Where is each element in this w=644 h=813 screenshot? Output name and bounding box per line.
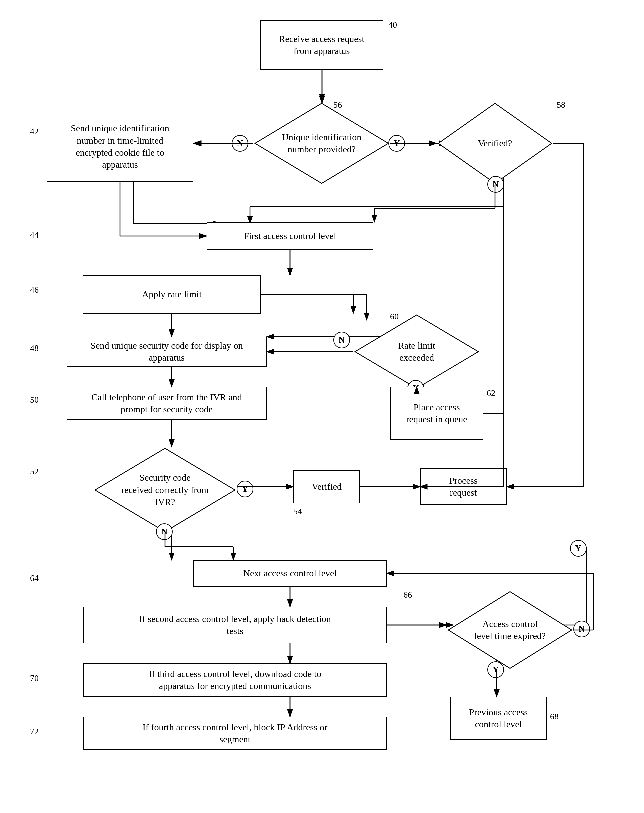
- node-68-previous-access: Previous accesscontrol level: [450, 696, 547, 740]
- node-64-next-access: Next access control level: [193, 560, 387, 587]
- node-58-verified: Verified?: [437, 102, 554, 185]
- node-70-encrypted-comm: If third access control level, download …: [83, 663, 387, 696]
- node-56-unique-id: Unique identificationnumber provided?: [253, 102, 390, 185]
- node-40-receive-access: Receive access requestfrom apparatus: [260, 20, 383, 70]
- ref-52: 52: [30, 467, 39, 477]
- node-62-queue: Place accessrequest in queue: [390, 387, 483, 440]
- ref-44: 44: [30, 230, 39, 240]
- ref-58: 58: [557, 100, 565, 110]
- ref-50: 50: [30, 395, 39, 405]
- node-48-send-security: Send unique security code for display on…: [67, 337, 267, 367]
- ref-70: 70: [30, 673, 39, 683]
- ref-60: 60: [390, 312, 399, 322]
- circle-n-60-left: N: [333, 332, 350, 348]
- node-52-security-code: Security codereceived correctly fromIVR?: [94, 447, 237, 533]
- node-50-call-telephone: Call telephone of user from the IVR andp…: [67, 387, 267, 420]
- ref-68: 68: [550, 712, 559, 722]
- ref-46: 46: [30, 285, 39, 295]
- ref-64b: 64: [30, 573, 39, 583]
- node-66-time-expired: Access controllevel time expired?: [447, 590, 573, 670]
- ref-42: 42: [30, 127, 39, 137]
- circle-y-66-bottom: Y: [487, 661, 504, 678]
- ref-56: 56: [333, 100, 342, 110]
- circle-n-66-right: N: [573, 621, 590, 637]
- circle-y-56-right: Y: [388, 135, 405, 152]
- circle-n-52-bottom: N: [156, 523, 173, 540]
- flowchart-diagram: Receive access requestfrom apparatus 40 …: [0, 0, 644, 813]
- node-64b-hack-detection: If second access control level, apply ha…: [83, 607, 387, 643]
- circle-y-52-right: Y: [237, 481, 253, 497]
- circle-y-process: Y: [570, 540, 587, 557]
- node-54-verified: Verified: [293, 470, 360, 503]
- node-44-first-access: First access control level: [207, 222, 373, 250]
- node-60-rate-limit: Rate limitexceeded: [353, 313, 480, 390]
- node-42-send-uid: Send unique identificationnumber in time…: [47, 112, 193, 182]
- circle-n-58-bottom: N: [487, 176, 504, 193]
- ref-66: 66: [403, 590, 412, 600]
- ref-40: 40: [388, 20, 397, 30]
- node-72-block-ip: If fourth access control level, block IP…: [83, 717, 387, 750]
- circle-n-56-left: N: [232, 135, 248, 152]
- node-46-apply-rate-limit: Apply rate limit: [83, 275, 261, 314]
- ref-72: 72: [30, 727, 39, 737]
- ref-62: 62: [487, 388, 495, 398]
- ref-48: 48: [30, 343, 39, 353]
- node-process-request: Processrequest: [420, 468, 507, 505]
- ref-54: 54: [293, 507, 302, 517]
